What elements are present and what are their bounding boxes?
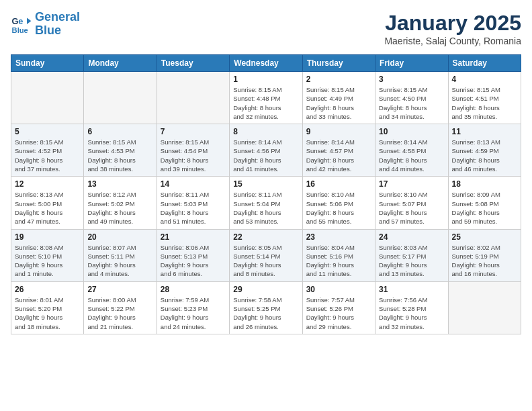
weekday-header-friday: Friday (375, 55, 448, 72)
calendar-cell: 13Sunrise: 8:12 AM Sunset: 5:02 PM Dayli… (84, 177, 157, 229)
day-info: Sunrise: 8:08 AM Sunset: 5:10 PM Dayligh… (15, 243, 80, 279)
day-number: 19 (15, 232, 80, 242)
calendar-cell: 9Sunrise: 8:14 AM Sunset: 4:57 PM Daylig… (302, 124, 375, 177)
calendar-cell: 2Sunrise: 8:15 AM Sunset: 4:49 PM Daylig… (302, 72, 375, 124)
title-block: January 2025 Maeriste, Salaj County, Rom… (384, 11, 521, 46)
calendar-cell: 18Sunrise: 8:09 AM Sunset: 5:08 PM Dayli… (448, 177, 521, 229)
day-info: Sunrise: 8:03 AM Sunset: 5:17 PM Dayligh… (379, 243, 444, 279)
day-number: 11 (452, 127, 517, 136)
day-info: Sunrise: 7:56 AM Sunset: 5:28 PM Dayligh… (379, 295, 444, 331)
day-number: 18 (452, 179, 517, 189)
day-number: 7 (161, 127, 226, 136)
calendar-cell: 24Sunrise: 8:03 AM Sunset: 5:17 PM Dayli… (375, 229, 448, 281)
day-info: Sunrise: 8:14 AM Sunset: 4:57 PM Dayligh… (306, 138, 371, 173)
calendar-cell: 31Sunrise: 7:56 AM Sunset: 5:28 PM Dayli… (375, 281, 448, 334)
calendar-cell (11, 72, 84, 124)
calendar-cell: 14Sunrise: 8:11 AM Sunset: 5:03 PM Dayli… (157, 177, 229, 229)
day-info: Sunrise: 8:11 AM Sunset: 5:03 PM Dayligh… (161, 190, 226, 226)
calendar-cell: 6Sunrise: 8:15 AM Sunset: 4:53 PM Daylig… (84, 124, 157, 177)
svg-text:Blue: Blue (12, 26, 28, 34)
day-info: Sunrise: 8:11 AM Sunset: 5:04 PM Dayligh… (233, 190, 298, 226)
calendar-cell: 15Sunrise: 8:11 AM Sunset: 5:04 PM Dayli… (230, 177, 302, 229)
day-number: 22 (233, 232, 298, 242)
day-info: Sunrise: 8:14 AM Sunset: 4:58 PM Dayligh… (379, 138, 444, 173)
day-number: 21 (161, 232, 226, 242)
day-number: 5 (15, 127, 80, 136)
day-info: Sunrise: 8:12 AM Sunset: 5:02 PM Dayligh… (87, 190, 152, 226)
calendar-table: SundayMondayTuesdayWednesdayThursdayFrid… (11, 54, 521, 334)
day-info: Sunrise: 8:15 AM Sunset: 4:53 PM Dayligh… (87, 138, 152, 173)
weekday-header-saturday: Saturday (448, 55, 521, 72)
calendar-cell: 27Sunrise: 8:00 AM Sunset: 5:22 PM Dayli… (84, 281, 157, 334)
weekday-header-thursday: Thursday (302, 55, 375, 72)
calendar-week-row: 5Sunrise: 8:15 AM Sunset: 4:52 PM Daylig… (11, 124, 521, 177)
weekday-header-monday: Monday (84, 55, 157, 72)
day-number: 13 (87, 179, 152, 189)
day-number: 29 (233, 285, 298, 294)
calendar-cell: 10Sunrise: 8:14 AM Sunset: 4:58 PM Dayli… (375, 124, 448, 177)
calendar-cell: 12Sunrise: 8:13 AM Sunset: 5:00 PM Dayli… (11, 177, 84, 229)
logo: G e Blue GeneralBlue (11, 11, 80, 38)
calendar-cell: 21Sunrise: 8:06 AM Sunset: 5:13 PM Dayli… (157, 229, 229, 281)
weekday-header-row: SundayMondayTuesdayWednesdayThursdayFrid… (11, 55, 521, 72)
day-number: 30 (306, 285, 371, 294)
svg-marker-2 (27, 17, 31, 24)
calendar-cell: 5Sunrise: 8:15 AM Sunset: 4:52 PM Daylig… (11, 124, 84, 177)
day-info: Sunrise: 7:57 AM Sunset: 5:26 PM Dayligh… (306, 295, 371, 331)
day-info: Sunrise: 8:15 AM Sunset: 4:52 PM Dayligh… (15, 138, 80, 173)
calendar-cell: 22Sunrise: 8:05 AM Sunset: 5:14 PM Dayli… (230, 229, 302, 281)
day-number: 12 (15, 179, 80, 189)
day-number: 26 (15, 285, 80, 294)
calendar-cell: 26Sunrise: 8:01 AM Sunset: 5:20 PM Dayli… (11, 281, 84, 334)
day-number: 9 (306, 127, 371, 136)
day-info: Sunrise: 8:15 AM Sunset: 4:54 PM Dayligh… (161, 138, 226, 173)
day-number: 8 (233, 127, 298, 136)
day-number: 28 (161, 285, 226, 294)
day-info: Sunrise: 8:01 AM Sunset: 5:20 PM Dayligh… (15, 295, 80, 331)
calendar-cell: 20Sunrise: 8:07 AM Sunset: 5:11 PM Dayli… (84, 229, 157, 281)
logo-icon: G e Blue (11, 13, 32, 35)
day-info: Sunrise: 8:09 AM Sunset: 5:08 PM Dayligh… (452, 190, 517, 226)
day-number: 17 (379, 179, 444, 189)
calendar-cell: 11Sunrise: 8:13 AM Sunset: 4:59 PM Dayli… (448, 124, 521, 177)
day-number: 25 (452, 232, 517, 242)
weekday-header-sunday: Sunday (11, 55, 84, 72)
calendar-cell: 28Sunrise: 7:59 AM Sunset: 5:23 PM Dayli… (157, 281, 229, 334)
day-info: Sunrise: 8:15 AM Sunset: 4:48 PM Dayligh… (233, 85, 298, 121)
day-number: 2 (306, 75, 371, 84)
day-info: Sunrise: 8:15 AM Sunset: 4:49 PM Dayligh… (306, 85, 371, 121)
day-number: 1 (233, 75, 298, 84)
calendar-cell (84, 72, 157, 124)
logo-name: GeneralBlue (35, 11, 80, 38)
month-title: January 2025 (384, 11, 521, 36)
svg-text:G: G (12, 16, 19, 26)
day-info: Sunrise: 8:04 AM Sunset: 5:16 PM Dayligh… (306, 243, 371, 279)
calendar-cell: 25Sunrise: 8:02 AM Sunset: 5:19 PM Dayli… (448, 229, 521, 281)
calendar-cell: 7Sunrise: 8:15 AM Sunset: 4:54 PM Daylig… (157, 124, 229, 177)
calendar-cell: 1Sunrise: 8:15 AM Sunset: 4:48 PM Daylig… (230, 72, 302, 124)
day-number: 16 (306, 179, 371, 189)
calendar-cell: 8Sunrise: 8:14 AM Sunset: 4:56 PM Daylig… (230, 124, 302, 177)
day-info: Sunrise: 8:14 AM Sunset: 4:56 PM Dayligh… (233, 138, 298, 173)
day-info: Sunrise: 8:15 AM Sunset: 4:50 PM Dayligh… (379, 85, 444, 121)
calendar-cell: 29Sunrise: 7:58 AM Sunset: 5:25 PM Dayli… (230, 281, 302, 334)
calendar-cell (157, 72, 229, 124)
day-number: 4 (452, 75, 517, 84)
calendar-cell: 16Sunrise: 8:10 AM Sunset: 5:06 PM Dayli… (302, 177, 375, 229)
day-info: Sunrise: 7:58 AM Sunset: 5:25 PM Dayligh… (233, 295, 298, 331)
day-info: Sunrise: 8:07 AM Sunset: 5:11 PM Dayligh… (87, 243, 152, 279)
calendar-cell (448, 281, 521, 334)
calendar-week-row: 26Sunrise: 8:01 AM Sunset: 5:20 PM Dayli… (11, 281, 521, 334)
day-info: Sunrise: 8:00 AM Sunset: 5:22 PM Dayligh… (87, 295, 152, 331)
page-header: G e Blue GeneralBlue January 2025 Maeris… (11, 11, 521, 46)
day-info: Sunrise: 8:06 AM Sunset: 5:13 PM Dayligh… (161, 243, 226, 279)
svg-text:e: e (18, 16, 23, 26)
calendar-cell: 19Sunrise: 8:08 AM Sunset: 5:10 PM Dayli… (11, 229, 84, 281)
day-info: Sunrise: 8:05 AM Sunset: 5:14 PM Dayligh… (233, 243, 298, 279)
day-number: 15 (233, 179, 298, 189)
day-number: 3 (379, 75, 444, 84)
day-info: Sunrise: 8:10 AM Sunset: 5:06 PM Dayligh… (306, 190, 371, 226)
calendar-cell: 17Sunrise: 8:10 AM Sunset: 5:07 PM Dayli… (375, 177, 448, 229)
day-info: Sunrise: 8:10 AM Sunset: 5:07 PM Dayligh… (379, 190, 444, 226)
day-info: Sunrise: 8:15 AM Sunset: 4:51 PM Dayligh… (452, 85, 517, 121)
